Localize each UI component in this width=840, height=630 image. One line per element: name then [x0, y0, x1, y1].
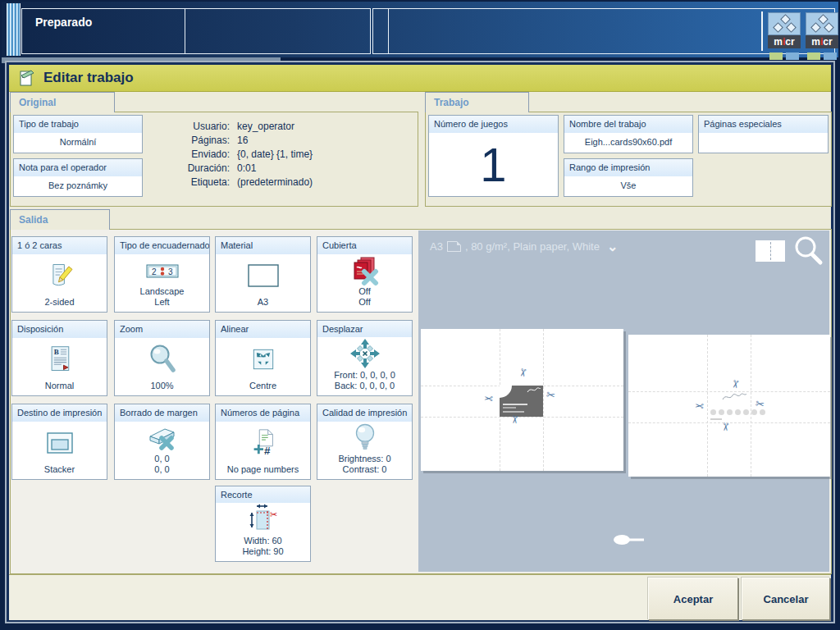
sides-tile[interactable]: 1 ó 2 caras 2-sided: [11, 236, 107, 313]
tile-label: Tipo de trabajo: [14, 116, 142, 133]
info-label: Usuario:: [152, 121, 230, 132]
queue-panel-divider: [388, 9, 389, 53]
tile-label: Material: [216, 237, 310, 254]
number-of-sets-tile[interactable]: Número de juegos 1: [428, 115, 559, 197]
tile-value: Off Off: [317, 286, 412, 312]
scissors-icon: ✂: [517, 368, 529, 378]
tab-original[interactable]: Original: [10, 92, 115, 112]
lightbulb-icon: [317, 422, 412, 454]
tab-salida[interactable]: Salida: [10, 209, 110, 230]
scissors-icon: ✂: [695, 399, 705, 411]
tile-label: Número de juegos: [429, 116, 558, 133]
tile-label: Borrado de margen: [115, 404, 209, 422]
duplex-icon: [12, 254, 107, 297]
tile-value: Normální: [14, 133, 142, 153]
preview-page-front[interactable]: ✂ ✂ ✂ ✂: [421, 329, 623, 471]
toner-diamonds-icon: [806, 12, 838, 35]
info-label: Etiqueta:: [152, 176, 230, 188]
binding-icon: 2 3: [115, 254, 209, 286]
tile-value: 0, 0 0, 0: [115, 454, 209, 479]
page-numbers-icon: #: [216, 422, 310, 464]
align-centre-icon: [216, 338, 310, 381]
scissors-icon: ✂: [720, 422, 732, 431]
tile-label: Recorte: [216, 486, 310, 503]
tile-value: Width: 60 Height: 90: [216, 536, 310, 561]
printer-status-panel[interactable]: Preparado: [21, 8, 371, 54]
svg-text:3: 3: [168, 267, 173, 276]
tile-value: 100%: [115, 381, 209, 395]
info-value: key_operator: [237, 121, 410, 132]
micr-toner-indicator-2: micr: [806, 12, 838, 60]
toner-diamonds-icon: [768, 12, 801, 35]
page-numbers-tile[interactable]: Números de página # No page numbers: [215, 404, 311, 480]
spread-view-icon[interactable]: [756, 240, 785, 262]
shift-tile[interactable]: Desplazar: [317, 320, 413, 396]
cancel-button[interactable]: Cancelar: [742, 578, 830, 620]
supplies-separator: [761, 11, 763, 51]
cover-off-icon: [317, 254, 412, 286]
preview-media-selector[interactable]: A3 , 80 g/m², Plain paper, White ⌄: [430, 240, 618, 253]
margin-erase-tile[interactable]: Borrado de margen 0, 0 0, 0: [114, 404, 210, 480]
trim-tile[interactable]: Recorte ✂ Width: 60 Height: 90: [215, 486, 311, 562]
accept-button[interactable]: Aceptar: [648, 578, 738, 620]
magnifier-icon: [115, 338, 209, 381]
card-back-dots: [710, 409, 765, 415]
job-info-list: Usuario: key_operator Páginas: 16 Enviad…: [152, 121, 410, 188]
info-label: Enviado:: [152, 148, 230, 160]
operator-note-tile[interactable]: Nota para el operador Bez poznámky: [13, 158, 143, 197]
binding-tile[interactable]: Tipo de encuadernado 2 3 Landscape Left: [114, 236, 210, 313]
margin-erase-icon: [115, 422, 209, 454]
zoom-tile[interactable]: Zoom 100%: [114, 320, 210, 396]
layout-tile[interactable]: Disposición B Normal: [11, 320, 107, 396]
info-value: 0:01: [237, 162, 410, 174]
trabajo-section: Número de juegos 1 Nombre del trabajo Ei…: [425, 112, 832, 207]
tile-label: Nota para el operador: [14, 159, 142, 176]
svg-text:2: 2: [152, 267, 157, 276]
original-section: Tipo de trabajo Normální Nota para el op…: [10, 112, 418, 207]
destination-tile[interactable]: Destino de impresión Stacker: [11, 404, 107, 480]
dialog-button-bar: Aceptar Cancelar: [9, 574, 831, 620]
info-value: 16: [237, 135, 410, 146]
scissors-icon: ✂: [755, 398, 765, 410]
printer-status-text: Preparado: [35, 16, 92, 29]
preview-panel: A3 , 80 g/m², Plain paper, White ⌄: [418, 231, 829, 572]
tile-value: [699, 133, 828, 153]
tile-value: Normal: [12, 381, 107, 395]
card-back-script: [721, 391, 747, 403]
business-card-front: [500, 386, 543, 417]
cover-tile[interactable]: Cubierta Off Off: [317, 236, 413, 313]
edit-job-icon: [19, 69, 35, 87]
tile-label: 1 ó 2 caras: [12, 237, 107, 254]
paper-icon: [447, 241, 461, 252]
preview-page-back[interactable]: ✂ ✂ ✂ ✂: [628, 335, 830, 477]
top-status-bar: Preparado micr micr: [2, 2, 838, 57]
print-quality-tile[interactable]: Calidad de impresión Brightness: 0 Contr…: [317, 404, 413, 480]
info-value: {0, date} {1, time}: [237, 148, 410, 160]
media-tile[interactable]: Material A3: [215, 236, 311, 313]
supply-level-squares: [768, 52, 801, 60]
job-type-tile[interactable]: Tipo de trabajo Normální: [13, 115, 143, 153]
tile-label: Destino de impresión: [12, 404, 107, 422]
special-pages-tile[interactable]: Páginas especiales: [698, 115, 829, 153]
media-icon: [216, 254, 310, 297]
preview-zoom-icon[interactable]: [792, 235, 824, 267]
edit-job-dialog: Editar trabajo Original Tipo de trabajo …: [7, 62, 833, 622]
tile-label: Calidad de impresión: [317, 404, 412, 422]
tile-value: Vše: [564, 176, 692, 196]
align-tile[interactable]: Alinear Centre: [215, 320, 311, 396]
media-name: A3: [430, 240, 443, 253]
svg-text:✂: ✂: [270, 509, 277, 520]
tile-value: Landscape Left: [115, 286, 209, 312]
tile-value: Brightness: 0 Contrast: 0: [317, 454, 412, 479]
trim-icon: ✂: [216, 503, 310, 536]
micr-label: micr: [806, 35, 838, 48]
activity-stripes-indicator: [7, 3, 21, 56]
print-range-tile[interactable]: Rango de impresión Vše: [564, 158, 693, 197]
queue-status-panel[interactable]: micr micr: [372, 8, 835, 54]
tab-trabajo[interactable]: Trabajo: [425, 92, 529, 112]
scissors-icon: ✂: [483, 392, 493, 404]
salida-section: 1 ó 2 caras 2-sided Tipo de encuadernado: [10, 229, 832, 574]
stacker-icon: [12, 422, 107, 464]
job-name-tile[interactable]: Nombre del trabajo Eigh...cards90x60.pdf: [564, 115, 693, 153]
tile-label: Números de página: [216, 404, 310, 422]
